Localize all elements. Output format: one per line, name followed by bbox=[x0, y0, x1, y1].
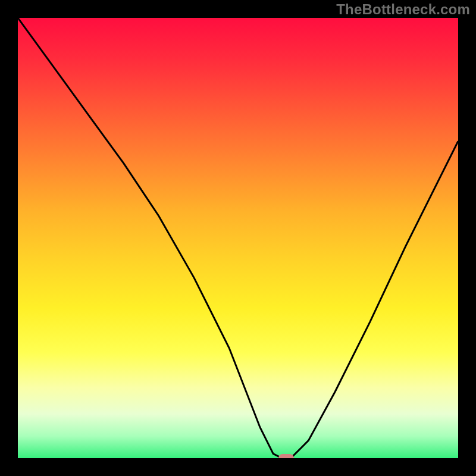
chart-frame: TheBottleneck.com bbox=[0, 0, 476, 476]
attribution-label: TheBottleneck.com bbox=[336, 1, 470, 18]
bottleneck-marker-icon bbox=[278, 454, 294, 458]
curve-path bbox=[18, 18, 458, 458]
plot-area bbox=[18, 18, 458, 458]
bottleneck-curve bbox=[18, 18, 458, 458]
